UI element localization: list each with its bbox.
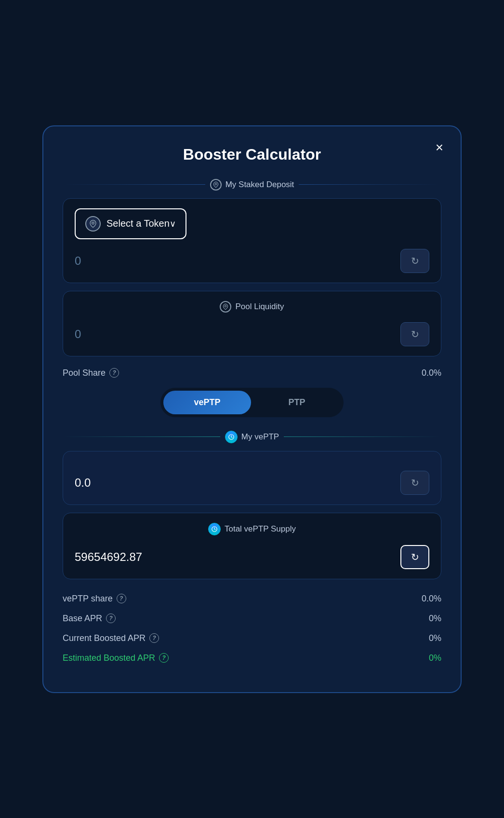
estimated-boosted-apr-label: Estimated Boosted APR ?	[63, 653, 169, 663]
stats-section: vePTP share ? 0.0% Base APR ? 0% Current…	[63, 589, 441, 668]
veptp-header-line-right	[284, 436, 441, 437]
current-boosted-apr-label: Current Boosted APR ?	[63, 633, 159, 643]
deposit-value-row: 0 ↻	[75, 249, 429, 273]
veptp-toggle-button[interactable]: vePTP	[163, 391, 251, 414]
token-select-dropdown[interactable]: Select a Token ∨	[75, 208, 186, 239]
token-select-card: Select a Token ∨ 0 ↻	[63, 198, 441, 283]
refresh-icon-4: ↻	[411, 551, 419, 563]
my-veptp-value: 0.0	[75, 476, 91, 490]
svg-point-2	[225, 305, 227, 307]
pool-liquidity-label: Pool Liquidity	[235, 302, 284, 312]
header-line-right	[299, 184, 441, 185]
staked-deposit-header: My Staked Deposit	[63, 179, 441, 191]
veptp-share-value: 0.0%	[422, 594, 441, 604]
base-apr-info-icon[interactable]: ?	[106, 614, 116, 623]
total-supply-label: Total vePTP Supply	[225, 524, 296, 534]
my-veptp-value-row: 0.0 ↻	[75, 471, 429, 495]
modal-title: Booster Calculator	[63, 146, 441, 164]
staked-deposit-icon	[210, 179, 222, 191]
toggle-row: vePTP PTP	[63, 388, 441, 417]
base-apr-value: 0%	[429, 614, 441, 624]
booster-calculator-modal: × Booster Calculator My Staked Deposit	[42, 125, 462, 693]
pool-liquidity-value: 0	[75, 327, 81, 341]
header-line-left	[63, 184, 205, 185]
pool-share-value: 0.0%	[422, 368, 441, 378]
total-supply-value-row: 59654692.87 ↻	[75, 545, 429, 569]
toggle-container: vePTP PTP	[160, 388, 344, 417]
close-button[interactable]: ×	[436, 141, 443, 154]
svg-point-1	[92, 222, 94, 224]
pool-liquidity-value-row: 0 ↻	[75, 322, 429, 346]
total-veptp-card: Total vePTP Supply 59654692.87 ↻	[63, 513, 441, 579]
pool-liquidity-refresh-button[interactable]: ↻	[400, 322, 429, 346]
pool-liquidity-card: Pool Liquidity 0 ↻	[63, 291, 441, 356]
deposit-refresh-button[interactable]: ↻	[400, 249, 429, 273]
token-select-label: Select a Token	[106, 218, 170, 229]
total-supply-value: 59654692.87	[75, 550, 142, 564]
total-supply-header: Total vePTP Supply	[75, 523, 429, 535]
veptp-header-line-left	[63, 436, 220, 437]
total-supply-refresh-button[interactable]: ↻	[400, 545, 429, 569]
staked-deposit-title: My Staked Deposit	[210, 179, 294, 191]
deposit-value: 0	[75, 254, 81, 268]
pool-share-info-icon[interactable]: ?	[109, 368, 119, 378]
refresh-icon-2: ↻	[411, 328, 419, 340]
estimated-boosted-apr-value: 0%	[429, 653, 441, 663]
veptp-refresh-button[interactable]: ↻	[400, 471, 429, 495]
total-supply-icon	[208, 523, 221, 535]
pool-liquidity-icon	[220, 301, 231, 313]
pool-liquidity-header: Pool Liquidity	[75, 301, 429, 313]
svg-point-0	[215, 183, 217, 185]
pool-share-label: Pool Share ?	[63, 368, 119, 378]
pool-share-row: Pool Share ? 0.0%	[63, 364, 441, 388]
my-veptp-card: 0.0 ↻	[63, 451, 441, 505]
current-boosted-apr-info-icon[interactable]: ?	[149, 633, 159, 643]
veptp-share-info-icon[interactable]: ?	[117, 594, 126, 603]
token-logo-icon	[85, 216, 101, 232]
estimated-boosted-apr-row: Estimated Boosted APR ? 0%	[63, 648, 441, 668]
modal-overlay: × Booster Calculator My Staked Deposit	[0, 0, 504, 818]
veptp-section-header: My vePTP	[63, 431, 441, 443]
token-select-left: Select a Token	[85, 216, 170, 232]
ptp-toggle-button[interactable]: PTP	[253, 391, 341, 414]
veptp-section-title: My vePTP	[225, 431, 279, 443]
current-boosted-apr-value: 0%	[429, 633, 441, 643]
refresh-icon-3: ↻	[411, 477, 419, 489]
chevron-down-icon: ∨	[170, 218, 176, 229]
veptp-share-row: vePTP share ? 0.0%	[63, 589, 441, 609]
current-boosted-apr-row: Current Boosted APR ? 0%	[63, 628, 441, 648]
refresh-icon: ↻	[411, 255, 419, 267]
veptp-share-label: vePTP share ?	[63, 594, 126, 604]
base-apr-label: Base APR ?	[63, 614, 116, 624]
estimated-boosted-apr-info-icon[interactable]: ?	[159, 653, 169, 663]
base-apr-row: Base APR ? 0%	[63, 609, 441, 628]
veptp-icon	[225, 431, 238, 443]
